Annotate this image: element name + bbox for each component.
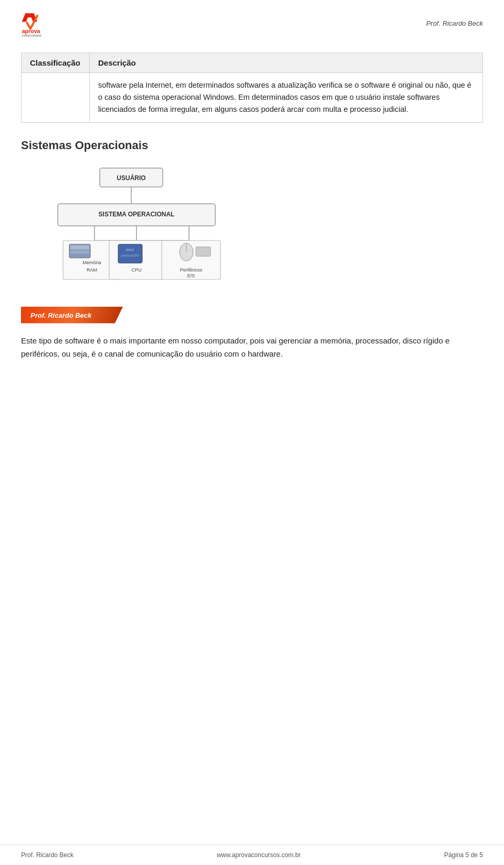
svg-text:Periféricos: Periféricos (180, 267, 203, 273)
os-diagram-svg: USUÁRIO SISTEMA OPERACIONAL Memória (32, 163, 252, 310)
orange-banner: Prof. Ricardo Beck (21, 307, 123, 324)
classification-cell (22, 73, 90, 123)
table-row: software pela Internet, em determinados … (22, 73, 483, 123)
svg-rect-14 (70, 245, 89, 249)
col1-header: Classificação (22, 53, 90, 73)
os-diagram: USUÁRIO SISTEMA OPERACIONAL Memória (32, 163, 252, 312)
page-header: aprova concursos Prof. Ricardo Beck (0, 0, 504, 42)
classification-table: Classificação Descrição software pela In… (21, 53, 483, 123)
header-author-text: Prof. Ricardo Beck (426, 19, 483, 27)
footer-center: www.aprovaconcursos.com.br (217, 851, 301, 859)
svg-text:RAM: RAM (87, 267, 97, 273)
svg-text:USUÁRIO: USUÁRIO (117, 174, 145, 182)
svg-text:concursos: concursos (22, 34, 41, 37)
description-cell: software pela Internet, em determinados … (90, 73, 483, 123)
banner-text: Prof. Ricardo Beck (30, 311, 91, 319)
svg-text:pentium®4: pentium®4 (121, 254, 139, 258)
page-footer: Prof. Ricardo Beck www.aprovaconcursos.c… (0, 845, 504, 865)
main-content: Classificação Descrição software pela In… (0, 42, 504, 411)
logo-container: aprova concursos (21, 9, 68, 37)
orange-banner-wrapper: Prof. Ricardo Beck (21, 307, 483, 324)
footer-left: Prof. Ricardo Beck (21, 851, 74, 859)
svg-text:Memória: Memória (82, 260, 101, 265)
svg-text:intel.: intel. (126, 247, 134, 252)
aprova-concursos-logo: aprova concursos (21, 9, 68, 37)
svg-text:CPU: CPU (131, 267, 141, 273)
col2-header: Descrição (90, 53, 483, 73)
section-title: Sistemas Operacionais (21, 139, 483, 152)
svg-text:E/S: E/S (187, 273, 195, 278)
body-paragraph: Este tipo de software é o mais important… (21, 334, 483, 361)
svg-text:SISTEMA OPERACIONAL: SISTEMA OPERACIONAL (99, 211, 175, 218)
footer-right: Página 5 de 5 (444, 851, 483, 859)
svg-text:aprova: aprova (22, 28, 40, 34)
os-diagram-wrapper: USUÁRIO SISTEMA OPERACIONAL Memória (21, 163, 483, 312)
svg-rect-26 (196, 247, 211, 256)
svg-rect-15 (70, 251, 89, 254)
